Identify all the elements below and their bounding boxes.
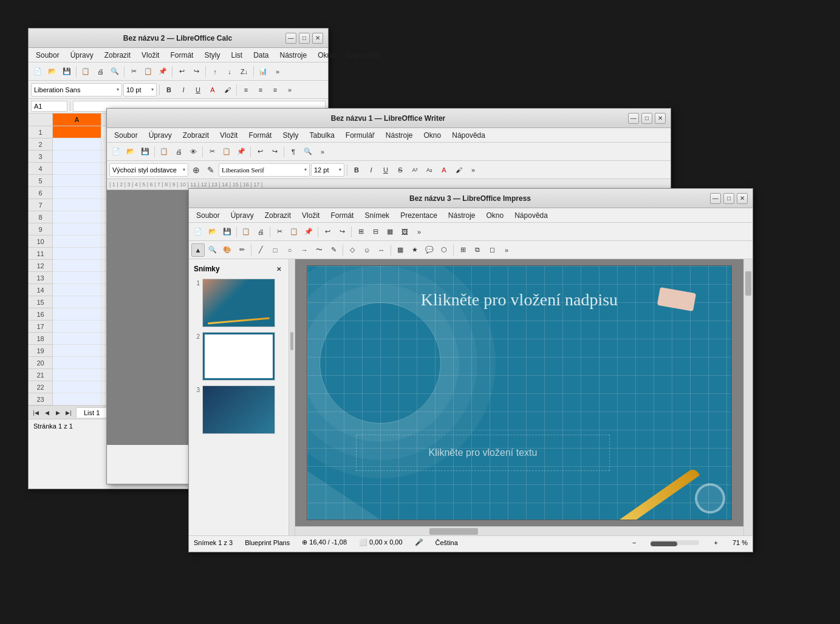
sheet-next-btn[interactable]: ▶ <box>53 408 63 418</box>
underline-btn[interactable]: U <box>191 83 205 97</box>
calc-menu-zobrazit[interactable]: Zobrazit <box>100 50 135 61</box>
writer-style-dropdown[interactable]: Výchozí styl odstavce ▾ <box>109 163 188 177</box>
calc-minimize-btn[interactable]: — <box>285 33 296 44</box>
slide-text-placeholder[interactable]: Klikněte pro vložení textu <box>356 435 610 471</box>
impress-menu-okno[interactable]: Okno <box>482 210 509 221</box>
calc-menu-soubor[interactable]: Soubor <box>31 50 64 61</box>
freeform-tool[interactable]: ✎ <box>327 243 340 257</box>
more-btn[interactable]: » <box>271 65 284 78</box>
calc-font-dropdown[interactable]: Liberation Sans ▾ <box>31 83 122 97</box>
slide-thumb-3[interactable]: 3 ... <box>191 385 286 434</box>
calc-menu-list[interactable]: List <box>226 50 247 61</box>
open-btn[interactable]: 📂 <box>46 65 59 78</box>
calc-cell-a14[interactable] <box>53 284 101 296</box>
calc-menu-nastroje[interactable]: Nástroje <box>275 50 312 61</box>
sheet-nav-btns[interactable]: |◀ ◀ ▶ ▶| <box>31 408 73 418</box>
w-copy-btn[interactable]: 📋 <box>220 145 233 158</box>
i-more-btn[interactable]: » <box>412 225 426 239</box>
slide-thumbnail-2[interactable] <box>202 332 275 381</box>
calc-menu-upravy[interactable]: Úpravy <box>66 50 98 61</box>
calc-menu-vlozit[interactable]: Vložit <box>137 50 164 61</box>
i-pdf-btn[interactable]: 📋 <box>239 225 253 239</box>
impress-slide-canvas[interactable]: Klikněte pro vložení nadpisu Klikněte pr… <box>295 259 743 526</box>
calc-size-dropdown[interactable]: 10 pt ▾ <box>123 83 157 97</box>
impress-zoom-out-btn[interactable]: − <box>632 539 636 546</box>
align-center-btn[interactable]: ≡ <box>254 83 267 97</box>
redo-btn[interactable]: ↪ <box>190 65 203 78</box>
highlight-btn[interactable]: 🖌 <box>220 83 234 97</box>
paste-btn[interactable]: 📌 <box>156 65 169 78</box>
w-paste-btn[interactable]: 📌 <box>234 145 248 158</box>
chart-btn[interactable]: 📊 <box>256 65 270 78</box>
writer-menu-napoveda[interactable]: Nápověda <box>447 130 490 141</box>
cut-btn[interactable]: ✂ <box>127 65 140 78</box>
slide-thumb-1[interactable]: 1 <box>191 279 286 327</box>
w-cut-btn[interactable]: ✂ <box>205 145 219 158</box>
3d-tool[interactable]: ⬡ <box>437 243 451 257</box>
impress-menu-napoveda[interactable]: Nápověda <box>510 210 553 221</box>
line-fill-tool[interactable]: ✏ <box>235 243 248 257</box>
calc-cell-a3[interactable] <box>53 151 101 163</box>
i-paste-btn[interactable]: 📌 <box>302 225 315 239</box>
writer-menu-nastroje[interactable]: Nástroje <box>381 130 418 141</box>
align-left-btn[interactable]: ≡ <box>239 83 253 97</box>
w-format-btn[interactable]: ¶ <box>287 145 300 158</box>
calc-cell-a15[interactable] <box>53 296 101 308</box>
ellipse-tool[interactable]: ○ <box>283 243 296 257</box>
i-open-btn[interactable]: 📂 <box>206 225 219 239</box>
new-btn[interactable]: 📄 <box>31 65 44 78</box>
star-tool[interactable]: ★ <box>408 243 422 257</box>
writer-menu-okno[interactable]: Okno <box>419 130 446 141</box>
more-fmt-btn[interactable]: » <box>283 83 296 97</box>
w-style-new[interactable]: ⊕ <box>190 163 203 177</box>
impress-zoom-bar[interactable] <box>650 540 699 545</box>
calc-close-btn[interactable]: ✕ <box>312 33 323 44</box>
calc-menu-format[interactable]: Formát <box>165 50 198 61</box>
sheet-first-btn[interactable]: |◀ <box>31 408 41 418</box>
sort-asc-btn[interactable]: ↑ <box>208 65 222 78</box>
w-print-btn[interactable]: 🖨 <box>172 145 185 158</box>
impress-zoom-in-btn[interactable]: + <box>714 539 717 546</box>
italic-btn[interactable]: I <box>177 83 190 97</box>
w-more-btn[interactable]: » <box>316 145 329 158</box>
bold-btn[interactable]: B <box>162 83 176 97</box>
slide-thumbnail-3[interactable]: ... <box>202 385 275 434</box>
w-find-btn[interactable]: 🔍 <box>301 145 315 158</box>
preview-btn[interactable]: 🔍 <box>108 65 121 78</box>
select-tool[interactable]: ▲ <box>191 243 205 257</box>
zoom-tool[interactable]: 🔍 <box>206 243 219 257</box>
impress-scrollbar-v[interactable] <box>743 259 753 535</box>
w-sub-btn[interactable]: A₂ <box>423 163 436 177</box>
undo-btn[interactable]: ↩ <box>175 65 188 78</box>
sort-btn[interactable]: Z↓ <box>237 65 251 78</box>
calc-menu-data[interactable]: Data <box>248 50 273 61</box>
w-pdf-btn[interactable]: 📋 <box>157 145 171 158</box>
w-more-fmt-btn[interactable]: » <box>466 163 480 177</box>
calc-cell-a11[interactable] <box>53 248 101 260</box>
w-bold-btn[interactable]: B <box>350 163 363 177</box>
sheet-tab-1[interactable]: List 1 <box>76 407 108 418</box>
w-style-edit[interactable]: ✎ <box>204 163 217 177</box>
w-highlight-btn[interactable]: 🖌 <box>452 163 465 177</box>
writer-menu-format[interactable]: Formát <box>244 130 276 141</box>
writer-menu-soubor[interactable]: Soubor <box>109 130 143 141</box>
writer-maximize-btn[interactable]: □ <box>641 113 652 124</box>
w-underline-btn[interactable]: U <box>379 163 392 177</box>
arrange-tool[interactable]: ⧉ <box>471 243 484 257</box>
calc-cell-a1[interactable] <box>53 126 101 138</box>
w-super-btn[interactable]: A² <box>408 163 422 177</box>
sort-desc-btn[interactable]: ↓ <box>223 65 236 78</box>
w-new-btn[interactable]: 📄 <box>109 145 123 158</box>
w-italic-btn[interactable]: I <box>364 163 378 177</box>
i-redo-btn[interactable]: ↪ <box>335 225 349 239</box>
calc-cell-a2[interactable] <box>53 138 101 151</box>
writer-window-controls[interactable]: — □ ✕ <box>628 113 666 124</box>
calc-menu-napoveda[interactable]: Nápověda <box>341 50 384 61</box>
impress-maximize-btn[interactable]: □ <box>723 193 734 204</box>
writer-menu-tabulka[interactable]: Tabulka <box>304 130 339 141</box>
w-strike-btn[interactable]: S <box>394 163 407 177</box>
writer-menu-zobrazit[interactable]: Zobrazit <box>178 130 214 141</box>
sheet-last-btn[interactable]: ▶| <box>64 408 73 418</box>
impress-window[interactable]: Bez názvu 3 — LibreOffice Impress — □ ✕ … <box>188 188 753 552</box>
calc-cell-a19[interactable] <box>53 345 101 357</box>
